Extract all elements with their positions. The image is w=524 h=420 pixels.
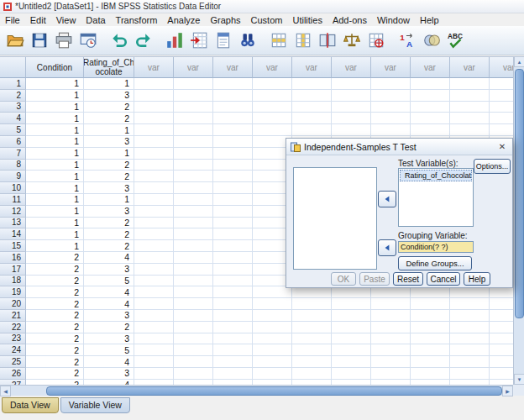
row-number[interactable]: 5 <box>0 124 26 136</box>
cell-var-empty[interactable] <box>213 136 253 148</box>
row-number[interactable]: 7 <box>0 148 26 160</box>
column-header-rating[interactable]: Rating_of_Ch ocolate <box>84 57 134 78</box>
cell-var-empty[interactable] <box>371 344 411 356</box>
cell-var-empty[interactable] <box>253 333 292 345</box>
cell-var-empty[interactable] <box>450 298 490 310</box>
cell-var-empty[interactable] <box>332 310 371 322</box>
cell-var-empty[interactable] <box>490 124 513 136</box>
grouping-variable-field[interactable]: Condition(? ?) <box>398 241 474 253</box>
column-header-var[interactable]: var <box>134 57 174 78</box>
cell-var-empty[interactable] <box>213 124 253 136</box>
cell-var-empty[interactable] <box>174 240 213 252</box>
cell-var-empty[interactable] <box>371 310 411 322</box>
cell-rating[interactable]: 2 <box>84 228 134 240</box>
move-test-variable-button[interactable] <box>378 191 396 207</box>
menu-custom[interactable]: Custom <box>246 13 288 26</box>
cell-var-empty[interactable] <box>134 160 174 171</box>
cell-var-empty[interactable] <box>134 90 174 102</box>
cell-var-empty[interactable] <box>134 124 174 136</box>
column-header-condition[interactable]: Condition <box>26 57 84 78</box>
cell-var-empty[interactable] <box>174 286 213 298</box>
cell-condition[interactable]: 1 <box>26 194 84 206</box>
cell-var-empty[interactable] <box>174 113 213 124</box>
vertical-scrollbar[interactable]: ▲ ▼ <box>513 56 524 385</box>
menu-graphs[interactable]: Graphs <box>205 13 245 26</box>
cell-var-empty[interactable] <box>490 286 513 298</box>
cell-condition[interactable]: 2 <box>26 252 84 264</box>
cell-condition[interactable]: 1 <box>26 78 84 90</box>
row-number[interactable]: 3 <box>0 102 26 113</box>
cell-var-empty[interactable] <box>490 102 513 113</box>
grid-corner-cell[interactable] <box>0 57 26 78</box>
cell-condition[interactable]: 1 <box>26 124 84 136</box>
cell-var-empty[interactable] <box>253 298 292 310</box>
dialog-title-bar[interactable]: Independent-Samples T Test ✕ <box>286 139 512 155</box>
scroll-up-icon[interactable]: ▲ <box>514 56 524 67</box>
use-variable-sets-icon[interactable] <box>420 29 443 53</box>
cell-var-empty[interactable] <box>450 113 490 124</box>
menu-help[interactable]: Help <box>415 13 444 26</box>
cell-var-empty[interactable] <box>213 148 253 160</box>
cell-var-empty[interactable] <box>332 356 371 368</box>
cell-var-empty[interactable] <box>213 252 253 264</box>
cell-var-empty[interactable] <box>174 148 213 160</box>
cell-var-empty[interactable] <box>490 356 513 368</box>
cell-var-empty[interactable] <box>174 298 213 310</box>
cell-condition[interactable]: 2 <box>26 356 84 368</box>
cell-var-empty[interactable] <box>213 102 253 113</box>
cell-var-empty[interactable] <box>213 264 253 276</box>
variables-icon[interactable] <box>212 29 234 53</box>
cell-var-empty[interactable] <box>174 171 213 182</box>
cell-condition[interactable]: 1 <box>26 113 84 124</box>
cell-rating[interactable]: 2 <box>84 160 134 171</box>
cell-rating[interactable]: 3 <box>84 310 134 322</box>
cell-var-empty[interactable] <box>174 124 213 136</box>
cell-condition[interactable]: 2 <box>26 264 84 276</box>
row-number[interactable]: 22 <box>0 322 26 333</box>
cell-var-empty[interactable] <box>174 136 213 148</box>
cell-var-empty[interactable] <box>332 124 371 136</box>
spell-check-icon[interactable]: ABC <box>444 29 467 53</box>
cell-var-empty[interactable] <box>253 322 292 333</box>
cell-var-empty[interactable] <box>411 124 450 136</box>
cell-var-empty[interactable] <box>134 182 174 194</box>
column-header-var[interactable]: var <box>253 57 292 78</box>
row-number[interactable]: 15 <box>0 240 26 252</box>
cell-var-empty[interactable] <box>371 322 411 333</box>
cell-var-empty[interactable] <box>134 252 174 264</box>
cell-var-empty[interactable] <box>174 264 213 276</box>
cell-var-empty[interactable] <box>134 228 174 240</box>
print-icon[interactable] <box>52 29 75 53</box>
cell-var-empty[interactable] <box>134 206 174 218</box>
row-number[interactable]: 6 <box>0 136 26 148</box>
row-number[interactable]: 10 <box>0 182 26 194</box>
cell-var-empty[interactable] <box>253 286 292 298</box>
cell-var-empty[interactable] <box>253 310 292 322</box>
cell-var-empty[interactable] <box>213 90 253 102</box>
redo-icon[interactable] <box>132 29 155 53</box>
scroll-right-icon[interactable]: ▶ <box>502 386 513 396</box>
cell-var-empty[interactable] <box>134 368 174 380</box>
cell-var-empty[interactable] <box>213 182 253 194</box>
cell-var-empty[interactable] <box>490 333 513 345</box>
cell-var-empty[interactable] <box>174 182 213 194</box>
column-header-var[interactable]: var <box>332 57 371 78</box>
recall-dialogs-icon[interactable] <box>76 29 99 53</box>
menu-transform[interactable]: Transform <box>111 13 163 26</box>
cell-var-empty[interactable] <box>292 333 332 345</box>
row-number[interactable]: 24 <box>0 344 26 356</box>
cell-condition[interactable]: 1 <box>26 206 84 218</box>
cell-rating[interactable]: 3 <box>84 368 134 380</box>
cell-var-empty[interactable] <box>371 102 411 113</box>
cell-var-empty[interactable] <box>292 102 332 113</box>
cell-var-empty[interactable] <box>490 368 513 380</box>
cell-var-empty[interactable] <box>411 368 450 380</box>
cell-var-empty[interactable] <box>213 286 253 298</box>
cell-var-empty[interactable] <box>174 356 213 368</box>
row-number[interactable]: 1 <box>0 78 26 90</box>
cell-var-empty[interactable] <box>174 276 213 287</box>
cell-var-empty[interactable] <box>174 160 213 171</box>
cell-var-empty[interactable] <box>292 78 332 90</box>
cell-condition[interactable]: 1 <box>26 160 84 171</box>
cell-condition[interactable]: 2 <box>26 368 84 380</box>
